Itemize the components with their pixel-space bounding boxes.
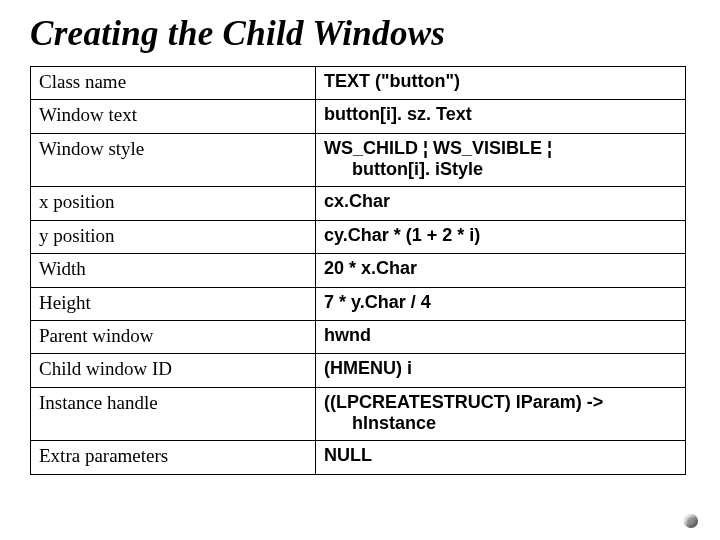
param-value: NULL	[316, 441, 686, 474]
param-value-line2: button[i]. iStyle	[324, 159, 677, 180]
param-value: TEXT ("button")	[316, 67, 686, 100]
param-value: WS_CHILD ¦ WS_VISIBLE ¦ button[i]. iStyl…	[316, 133, 686, 186]
param-value: hwnd	[316, 320, 686, 353]
table-row: Class name TEXT ("button")	[31, 67, 686, 100]
table-row: Width 20 * x.Char	[31, 254, 686, 287]
param-label: Parent window	[31, 320, 316, 353]
param-label: x position	[31, 187, 316, 220]
table-row: Extra parameters NULL	[31, 441, 686, 474]
param-value-line1: WS_CHILD ¦ WS_VISIBLE ¦	[324, 138, 552, 158]
param-value: 7 * y.Char / 4	[316, 287, 686, 320]
param-value: cy.Char * (1 + 2 * i)	[316, 220, 686, 253]
param-label: Height	[31, 287, 316, 320]
param-value-line2: hInstance	[324, 413, 677, 434]
slide: Creating the Child Windows Class name TE…	[0, 0, 720, 540]
table-row: Child window ID (HMENU) i	[31, 354, 686, 387]
param-value: cx.Char	[316, 187, 686, 220]
params-table: Class name TEXT ("button") Window text b…	[30, 66, 686, 475]
table-row: Instance handle ((LPCREATESTRUCT) lParam…	[31, 387, 686, 440]
param-label: Extra parameters	[31, 441, 316, 474]
table-row: Parent window hwnd	[31, 320, 686, 353]
param-label: Width	[31, 254, 316, 287]
table-row: y position cy.Char * (1 + 2 * i)	[31, 220, 686, 253]
slide-title: Creating the Child Windows	[30, 14, 698, 54]
table-row: Window style WS_CHILD ¦ WS_VISIBLE ¦ but…	[31, 133, 686, 186]
param-value: ((LPCREATESTRUCT) lParam) -> hInstance	[316, 387, 686, 440]
param-value: 20 * x.Char	[316, 254, 686, 287]
table-row: Height 7 * y.Char / 4	[31, 287, 686, 320]
param-value: (HMENU) i	[316, 354, 686, 387]
param-label: Instance handle	[31, 387, 316, 440]
param-label: Window style	[31, 133, 316, 186]
param-label: y position	[31, 220, 316, 253]
param-value: button[i]. sz. Text	[316, 100, 686, 133]
param-label: Class name	[31, 67, 316, 100]
param-value-line1: ((LPCREATESTRUCT) lParam) ->	[324, 392, 603, 412]
param-label: Window text	[31, 100, 316, 133]
decorative-bullet-icon	[684, 514, 698, 528]
param-label: Child window ID	[31, 354, 316, 387]
table-row: Window text button[i]. sz. Text	[31, 100, 686, 133]
table-row: x position cx.Char	[31, 187, 686, 220]
